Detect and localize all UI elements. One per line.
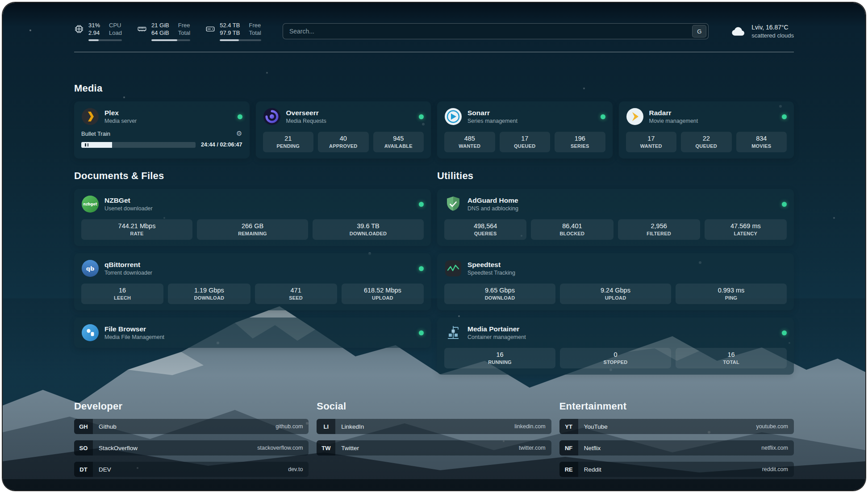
stat-value: 21 [266, 135, 311, 142]
gear-icon[interactable]: ⚙ [236, 130, 242, 137]
stat-running: 16 RUNNING [444, 348, 555, 368]
cpu-percent: 31% [88, 21, 100, 29]
ram-usage-bar [151, 39, 190, 41]
utilities-column: Utilities AdGuard Home [437, 170, 794, 375]
plex-card[interactable]: Plex Media server Bullet Train ⚙ 24:44 /… [74, 101, 250, 159]
stat-label: LATENCY [707, 231, 784, 236]
link-abbr: NF [559, 440, 578, 455]
disk-metric: 52.4 TB 97.9 TB Free Total [205, 21, 261, 41]
now-playing-title: Bullet Train [81, 130, 110, 137]
ram-metric: 21 GiB 64 GiB Free Total [137, 21, 190, 41]
card-subtitle: Media server [104, 118, 137, 124]
stat-value: 17 [502, 135, 548, 142]
pause-icon[interactable] [81, 142, 92, 148]
nzbget-card[interactable]: nzbget NZBGet Usenet downloader 744.21 M… [74, 189, 431, 246]
link-abbr: GH [74, 419, 93, 434]
card-title: qBittorrent [104, 261, 152, 269]
sonarr-card[interactable]: Sonarr Series management 485 WANTED 17 Q… [437, 101, 613, 159]
stat-latency: 47.569 ms LATENCY [705, 219, 787, 240]
stat-label: APPROVED [321, 143, 366, 149]
section-title-documents: Documents & Files [74, 170, 431, 182]
stat-movies: 834 MOVIES [736, 132, 787, 152]
status-dot [238, 114, 242, 119]
qbittorrent-card[interactable]: qb qBittorrent Torrent downloader 16 LEE… [74, 253, 431, 310]
link-netflix[interactable]: NF Netflix netflix.com [559, 440, 794, 455]
speedtest-icon [444, 259, 462, 277]
card-title: Overseerr [286, 109, 326, 117]
stat-value: 47.569 ms [707, 222, 784, 230]
cpu-load-value: 2.94 [88, 29, 100, 37]
section-title-social: Social [317, 401, 551, 412]
system-metrics: 31% 2.94 CPU Load [74, 21, 261, 41]
stat-value: 1.19 Gbps [171, 287, 247, 294]
section-title-media: Media [74, 83, 794, 94]
stat-approved: 40 APPROVED [318, 132, 369, 152]
status-dot [601, 114, 605, 119]
link-linkedin[interactable]: LI LinkedIn linkedin.com [317, 419, 551, 434]
stat-ping: 0.993 ms PING [676, 284, 787, 304]
link-stackoverflow[interactable]: SO StackOverflow stackoverflow.com [74, 440, 309, 455]
ram-total-value: 64 GiB [151, 29, 169, 37]
topbar: 31% 2.94 CPU Load [74, 21, 794, 41]
link-abbr: LI [317, 419, 335, 434]
portainer-card[interactable]: Media Portainer Container management 16 … [437, 318, 794, 375]
cloud-icon [730, 23, 746, 39]
stat-upload: 9.24 Gbps UPLOAD [560, 284, 671, 304]
link-reddit[interactable]: RE Reddit reddit.com [559, 462, 794, 477]
disk-total-label: Total [249, 29, 261, 37]
stat-label: UPLOAD [563, 295, 668, 301]
search-bar: G [283, 23, 709, 39]
stat-value: 17 [629, 135, 674, 142]
sonarr-icon [444, 108, 462, 125]
cpu-label: CPU [109, 21, 122, 29]
stat-label: MOVIES [739, 143, 785, 149]
hard-drive-icon [205, 24, 215, 34]
stat-upload: 618.52 Mbps UPLOAD [342, 284, 424, 304]
developer-column: Developer GH Github github.com SO StackO… [74, 401, 309, 477]
status-dot [419, 266, 424, 271]
link-name: Reddit [578, 466, 601, 473]
playback-time: 24:44 / 02:06:47 [201, 142, 242, 148]
link-abbr: TW [317, 440, 335, 455]
filebrowser-card[interactable]: File Browser Media File Management [74, 318, 431, 348]
radarr-card[interactable]: Radarr Movie management 17 WANTED 22 QUE… [619, 101, 794, 159]
stat-label: QUEUED [502, 143, 548, 149]
link-dev[interactable]: DT DEV dev.to [74, 462, 309, 477]
stat-value: 22 [684, 135, 729, 142]
playback-progress-bar[interactable] [92, 142, 196, 148]
status-dot [782, 202, 787, 207]
overseerr-card[interactable]: Overseerr Media Requests 21 PENDING 40 A… [256, 101, 431, 159]
plex-icon [81, 108, 99, 125]
section-title-developer: Developer [74, 401, 309, 412]
topbar-divider [74, 52, 794, 52]
stat-download: 9.65 Gbps DOWNLOAD [444, 284, 555, 304]
link-twitter[interactable]: TW Twitter twitter.com [317, 440, 551, 455]
card-title: Plex [104, 109, 137, 117]
stat-value: 266 GB [200, 222, 305, 230]
stat-available: 945 AVAILABLE [373, 132, 424, 152]
link-name: Netflix [578, 445, 601, 451]
link-abbr: DT [74, 462, 93, 477]
search-input[interactable] [289, 28, 692, 35]
link-youtube[interactable]: YT YouTube youtube.com [559, 419, 794, 434]
stat-label: DOWNLOAD [447, 295, 553, 301]
stat-wanted: 17 WANTED [626, 132, 677, 152]
stat-value: 86,401 [534, 222, 610, 230]
stat-queued: 17 QUEUED [500, 132, 551, 152]
nzbget-icon: nzbget [81, 195, 99, 213]
cpu-load-label: Load [109, 29, 122, 37]
ram-free-label: Free [178, 21, 190, 29]
link-github[interactable]: GH Github github.com [74, 419, 309, 434]
link-url: youtube.com [756, 423, 794, 430]
stat-label: DOWNLOAD [171, 295, 247, 301]
stat-label: BLOCKED [534, 231, 610, 236]
speedtest-card[interactable]: Speedtest Speedtest Tracking 9.65 Gbps D… [437, 253, 794, 310]
stat-stopped: 0 STOPPED [560, 348, 671, 368]
link-name: LinkedIn [335, 423, 364, 430]
link-abbr: YT [559, 419, 578, 434]
search-engine-button[interactable]: G [692, 25, 706, 38]
dashboard-window: 31% 2.94 CPU Load [3, 3, 865, 490]
adguard-card[interactable]: AdGuard Home DNS and adblocking 498,564 … [437, 189, 794, 246]
status-dot [782, 114, 787, 119]
stat-value: 196 [557, 135, 603, 142]
